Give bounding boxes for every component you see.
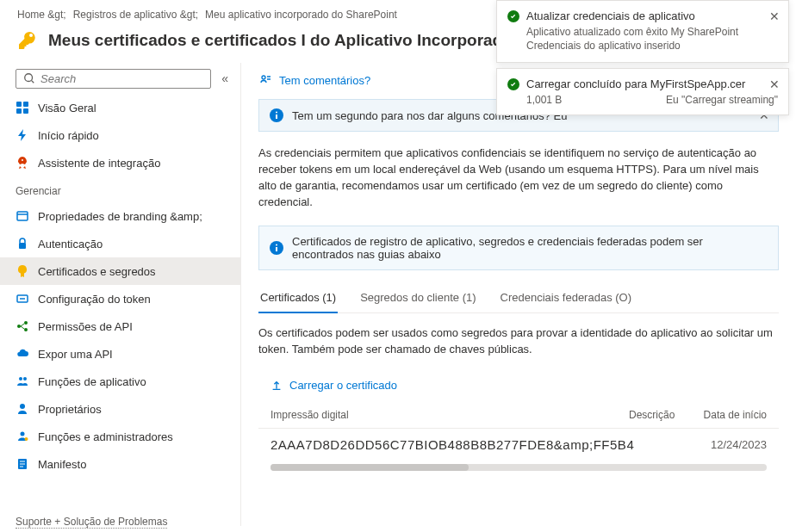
admin-icon [16, 430, 29, 443]
breadcrumb-home[interactable]: Home &gt; [17, 9, 66, 21]
sidebar-item-authentication[interactable]: Autenticação [0, 230, 240, 257]
sidebar-item-label: Funções de aplicativo [38, 375, 146, 388]
sidebar-item-label: Permissões de API [38, 320, 133, 333]
svg-rect-29 [276, 114, 277, 119]
sidebar-item-label: Assistente de integração [38, 157, 160, 170]
sidebar-item-quickstart[interactable]: Início rápido [0, 121, 240, 149]
breadcrumb-current: Meu aplicativo incorporado do SharePoint [205, 9, 397, 21]
svg-point-18 [19, 377, 22, 380]
sidebar-item-integration[interactable]: Assistente de integração [0, 149, 240, 176]
upload-icon [271, 380, 283, 392]
column-thumbprint: Impressão digital [271, 409, 538, 421]
toast-upload-complete: Carregar concluído para MyFirstSpeApp.ce… [496, 68, 789, 115]
tabs: Certificados (1) Segredos do cliente (1)… [258, 284, 779, 313]
svg-rect-5 [23, 102, 28, 107]
feedback-icon [258, 73, 272, 87]
sidebar-item-overview[interactable]: Visão Geral [0, 94, 240, 121]
success-icon [507, 10, 519, 22]
sidebar-item-label: Certificados e segredos [38, 265, 156, 278]
sidebar-section-manage: Gerenciar [0, 176, 240, 202]
search-input[interactable] [40, 72, 203, 85]
sidebar-item-api-permissions[interactable]: Permissões de API [0, 312, 240, 340]
sidebar-item-label: Manifesto [38, 458, 86, 471]
svg-point-33 [276, 244, 277, 246]
tab-certificates[interactable]: Certificados (1) [258, 284, 338, 312]
sidebar-item-label: Funções e administradores [38, 430, 173, 443]
svg-line-17 [21, 326, 24, 329]
svg-point-27 [262, 76, 265, 79]
tab-client-secrets[interactable]: Segredos do cliente (1) [358, 284, 477, 312]
svg-point-2 [25, 74, 33, 82]
svg-point-22 [25, 437, 28, 441]
svg-rect-7 [23, 108, 28, 114]
svg-rect-4 [16, 102, 22, 107]
sidebar-item-branding[interactable]: Propriedades de branding &amp; [0, 202, 240, 230]
sidebar-item-owners[interactable]: Proprietários [0, 395, 240, 423]
sidebar-item-expose-api[interactable]: Expor uma API [0, 340, 240, 368]
svg-rect-6 [16, 108, 22, 114]
sidebar-item-label: Visão Geral [38, 102, 96, 114]
info-icon [270, 241, 283, 255]
svg-point-13 [17, 325, 21, 328]
sidebar-item-label: Início rápido [38, 129, 99, 142]
sidebar-support-link[interactable]: Suporte + Solução de Problemas [16, 516, 167, 526]
branding-icon [16, 209, 29, 223]
breadcrumb-registrations[interactable]: Registros de aplicativo &gt; [73, 9, 198, 21]
collapse-sidebar-button[interactable]: « [218, 68, 232, 89]
manifest-icon [16, 457, 29, 471]
sidebar-item-token[interactable]: Configuração do token [0, 285, 240, 312]
certificate-icon [16, 264, 29, 278]
horizontal-scrollbar[interactable] [271, 464, 767, 471]
cell-thumbprint: 2AAA7D8D26DD56C77BIOB488B8B277FDE8&amp;F… [271, 437, 634, 452]
svg-point-21 [21, 432, 25, 436]
table-row[interactable]: 2AAA7D8D26DD56C77BIOB488B8B277FDE8&amp;F… [258, 429, 779, 461]
close-icon[interactable]: ✕ [769, 77, 780, 91]
svg-point-30 [276, 112, 277, 114]
svg-line-3 [32, 81, 34, 84]
sidebar-item-app-roles[interactable]: Funções de aplicativo [0, 368, 240, 395]
svg-rect-8 [17, 212, 28, 220]
sidebar-item-label: Proprietários [38, 403, 102, 416]
column-start-date: Data de início [704, 409, 767, 421]
toast-sub-text: Eu "Carregar streaming" [666, 94, 778, 106]
tab-federated[interactable]: Credenciais federadas (O) [499, 284, 633, 312]
info-bar-text: Certificados de registro de aplicativo, … [292, 235, 768, 261]
sidebar-item-manifest[interactable]: Manifesto [0, 450, 240, 478]
sidebar-item-label: Expor uma API [38, 348, 113, 361]
roles-icon [16, 374, 29, 388]
svg-line-16 [21, 324, 24, 326]
toast-title-text: Atualizar credenciais de aplicativo [526, 9, 695, 22]
sidebar-item-roles-admins[interactable]: Funções e administradores [0, 423, 240, 450]
overview-icon [16, 101, 29, 114]
success-icon [507, 78, 519, 90]
toast-line: Aplicativo atualizado com êxito My Share… [507, 26, 778, 38]
column-description: Descrição [629, 409, 675, 421]
rocket-icon [16, 156, 29, 170]
toast-update-credentials: Atualizar credenciais de aplicativo Apli… [496, 0, 789, 63]
lock-icon [16, 237, 29, 251]
upload-certificate-button[interactable]: Carregar o certificado [258, 374, 779, 404]
certificates-description: Os certificados podem ser usados como se… [258, 325, 779, 358]
sidebar-item-label: Propriedades de branding &amp; [38, 210, 202, 223]
tabs-info-bar: Certificados de registro de aplicativo, … [258, 226, 779, 270]
svg-rect-10 [19, 243, 26, 249]
feedback-link-text: Tem comentários? [279, 74, 370, 87]
info-icon [270, 108, 283, 122]
svg-point-15 [24, 328, 28, 331]
toast-size: 1,001 B [526, 94, 562, 106]
close-icon[interactable]: ✕ [769, 9, 780, 23]
main-content: Tem comentários? Tem um segundo para nos… [241, 63, 796, 526]
owners-icon [16, 402, 29, 416]
upload-button-label: Carregar o certificado [289, 379, 397, 392]
sidebar-item-certificates[interactable]: Certificados e segredos [0, 257, 240, 285]
table-header: Impressão digital Descrição Data de iníc… [258, 404, 779, 429]
svg-point-20 [20, 404, 25, 409]
svg-point-14 [24, 321, 28, 325]
svg-point-19 [23, 377, 27, 380]
api-icon [16, 319, 29, 333]
toast-line: Credenciais do aplicativo inserido [507, 40, 778, 52]
sidebar-item-label: Configuração do token [38, 293, 151, 306]
toast-container: Atualizar credenciais de aplicativo Apli… [496, 0, 789, 115]
search-box[interactable] [16, 69, 211, 89]
cell-start-date: 12/24/2023 [711, 438, 767, 451]
